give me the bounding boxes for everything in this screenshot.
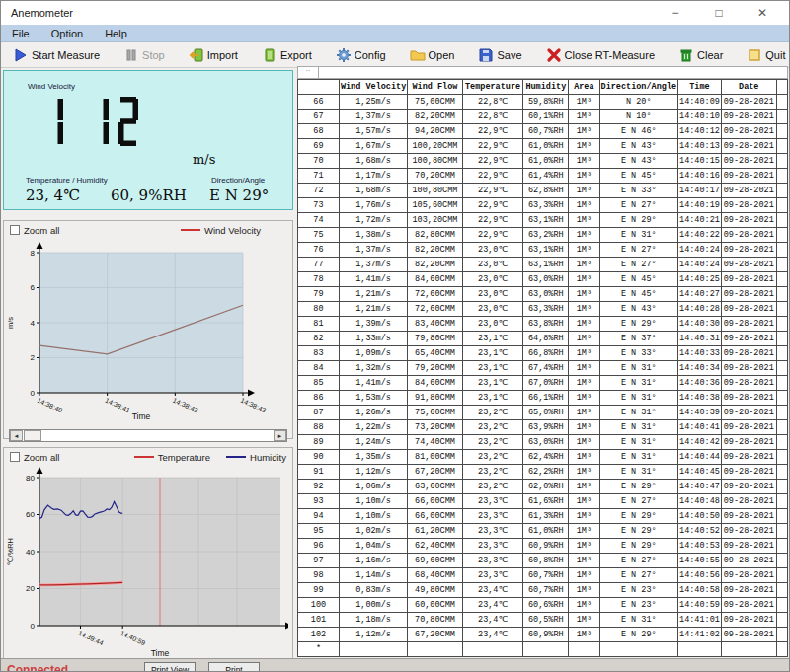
gear-button[interactable]: Config (336, 47, 386, 63)
wind-velocity-chart-group: Zoom all Wind Velocity 0246814:38:4014:3… (3, 220, 293, 439)
table-row[interactable]: 761,37m/s82,20CMM23,0℃63,1%RH1M³E N 27°1… (298, 243, 788, 258)
table-row[interactable]: 901,35m/s81,00CMM23,2℃62,4%RH1M³E N 31°1… (298, 450, 788, 465)
table-row[interactable]: 881,22m/s73,20CMM23,2℃63,9%RH1M³E N 31°1… (298, 420, 788, 435)
export-button[interactable]: Export (262, 47, 312, 63)
table-row[interactable]: 941,10m/s66,00CMM23,3℃61,3%RH1M³E N 29°1… (298, 509, 788, 524)
table-row[interactable]: 1001,00m/s60,00CMM23,4℃60,6%RH1M³E N 23°… (298, 598, 788, 613)
column-header[interactable]: Direction/Angle (599, 80, 678, 95)
table-row[interactable]: 891,24m/s74,40CMM23,2℃63,0%RH1M³E N 31°1… (298, 435, 788, 450)
chart1-scrollbar[interactable]: ◄ ► (9, 429, 287, 442)
table-row[interactable]: 801,21m/s72,60CMM23,0℃63,3%RH1M³E N 43°1… (298, 302, 788, 317)
zoom-all-checkbox-2[interactable]: Zoom all (10, 452, 59, 463)
table-row[interactable]: 931,10m/s66,00CMM23,3℃61,6%RH1M³E N 27°1… (298, 494, 788, 509)
menu-option[interactable]: Option (40, 28, 94, 39)
grid-corner-box[interactable]: ·· (298, 67, 319, 78)
svg-text:Time: Time (132, 411, 151, 421)
table-row[interactable]: 751,38m/s82,80CMM22,9℃63,2%RH1M³E N 31°1… (298, 228, 788, 243)
column-header[interactable] (776, 80, 787, 95)
svg-text:14:39:44: 14:39:44 (77, 630, 105, 647)
table-row[interactable]: 691,67m/s100,20CMM22,9℃61,0%RH1M³E N 43°… (298, 139, 788, 154)
table-row[interactable]: 681,57m/s94,20CMM22,9℃60,7%RH1M³E N 46°1… (298, 124, 788, 139)
legend-line-icon (226, 456, 246, 458)
scrollbar-thumb[interactable] (24, 430, 41, 441)
scroll-right-icon[interactable]: ► (274, 430, 286, 441)
table-row[interactable]: * (298, 642, 788, 657)
lcd-unit: m/s (193, 152, 215, 167)
table-row[interactable]: 811,39m/s83,40CMM23,0℃63,8%RH1M³E N 29°1… (298, 317, 788, 332)
table-row[interactable]: 701,68m/s100,80CMM22,9℃61,0%RH1M³E N 43°… (298, 154, 788, 169)
column-header[interactable]: Humidity (523, 80, 569, 95)
scroll-left-icon[interactable]: ◄ (10, 430, 23, 441)
export-icon (262, 47, 277, 63)
play-button[interactable]: Start Measure (13, 47, 100, 63)
temp-humidity-chart: 02040608014:39:4414:40:59℃/%RHTime (4, 464, 288, 659)
table-row[interactable]: 661,25m/s75,00CMM22,8℃59,8%RH1M³N 20°14:… (298, 95, 788, 110)
table-header-row: Wind VelocityWind FlowTemperatureHumidit… (298, 80, 788, 95)
table-row[interactable]: 871,26m/s75,60CMM23,2℃65,0%RH1M³E N 31°1… (298, 406, 788, 420)
folder-button[interactable]: Open (410, 47, 455, 63)
left-panel: Wind Velocity m/s Temperature / Humidity… (3, 70, 293, 660)
table-row[interactable]: 781,41m/s84,60CMM23,0℃63,0%RH1M³E N 45°1… (298, 272, 788, 287)
gear-icon (336, 47, 352, 63)
close-x-icon (546, 47, 562, 63)
svg-text:0: 0 (31, 622, 36, 631)
quit-button[interactable]: Quit (747, 47, 785, 63)
table-row[interactable]: 821,33m/s79,80CMM23,1℃64,8%RH1M³E N 37°1… (298, 332, 788, 346)
table-row[interactable]: 990,83m/s49,80CMM23,4℃60,7%RH1M³E N 23°1… (298, 583, 788, 598)
pause-button[interactable]: Stop (123, 47, 165, 63)
svg-text:℃/%RH: ℃/%RH (6, 538, 15, 565)
zoom-all-checkbox-1[interactable]: Zoom all (10, 225, 59, 236)
table-row[interactable]: 961,04m/s62,40CMM23,3℃60,9%RH1M³E N 29°1… (298, 539, 788, 554)
column-header[interactable] (298, 80, 340, 95)
svg-text:14:38:43: 14:38:43 (240, 397, 268, 414)
app-window: Anemometer − □ ✕ File Option Help Start … (0, 0, 790, 672)
trash-button[interactable]: Clear (678, 47, 723, 63)
table-row[interactable]: 731,76m/s105,60CMM22,9℃63,3%RH1M³E N 27°… (298, 198, 788, 213)
table-row[interactable]: 841,32m/s79,20CMM23,1℃67,4%RH1M³E N 31°1… (298, 361, 788, 376)
column-header[interactable]: Date (721, 80, 776, 95)
table-row[interactable]: 971,16m/s69,60CMM23,3℃60,8%RH1M³E N 27°1… (298, 554, 788, 568)
table-row[interactable]: 831,09m/s65,40CMM23,1℃66,8%RH1M³E N 33°1… (298, 346, 788, 361)
print-button[interactable]: Print (208, 662, 260, 672)
menu-file[interactable]: File (1, 28, 40, 39)
print-view-button[interactable]: Print View (144, 662, 196, 672)
save-button[interactable]: Save (478, 47, 521, 63)
import-button[interactable]: Import (189, 47, 238, 63)
data-table[interactable]: Wind VelocityWind FlowTemperatureHumidit… (297, 79, 788, 657)
column-header[interactable]: Area (569, 80, 599, 95)
table-row[interactable]: 981,14m/s68,40CMM23,3℃60,7%RH1M³E N 27°1… (298, 568, 788, 583)
svg-text:14:38:42: 14:38:42 (172, 397, 199, 414)
table-row[interactable]: 791,21m/s72,60CMM23,0℃63,0%RH1M³E N 45°1… (298, 287, 788, 302)
table-row[interactable]: 1021,12m/s67,20CMM23,4℃60,9%RH1M³E N 29°… (298, 628, 788, 642)
minimize-button[interactable]: − (661, 6, 690, 20)
table-row[interactable]: 711,17m/s70,20CMM22,9℃61,4%RH1M³E N 45°1… (298, 169, 788, 184)
pause-icon (123, 47, 139, 63)
table-row[interactable]: 921,06m/s63,60CMM23,2℃62,0%RH1M³E N 29°1… (298, 480, 788, 494)
table-row[interactable]: 911,12m/s67,20CMM23,2℃62,2%RH1M³E N 31°1… (298, 465, 788, 480)
maximize-button[interactable]: □ (704, 6, 734, 20)
grid-toolbar-strip: ·· (297, 66, 788, 79)
lcd-title: Wind Velocity (28, 82, 75, 91)
close-x-button[interactable]: Close RT-Measure (546, 47, 656, 63)
column-header[interactable]: Time (678, 80, 722, 95)
menu-bar: File Option Help (1, 25, 790, 42)
table-row[interactable]: 1011,18m/s70,80CMM23,4℃60,5%RH1M³E N 31°… (298, 613, 788, 628)
close-button[interactable]: ✕ (748, 6, 777, 20)
table-row[interactable]: 741,72m/s103,20CMM22,9℃63,1%RH1M³E N 29°… (298, 213, 788, 228)
table-row[interactable]: 861,53m/s91,80CMM23,1℃66,1%RH1M³E N 31°1… (298, 391, 788, 406)
lcd-direction-label: Direction/Angle (211, 176, 265, 185)
column-header[interactable]: Temperature (462, 80, 523, 95)
menu-help[interactable]: Help (94, 28, 138, 39)
column-header[interactable]: Wind Velocity (339, 80, 407, 95)
title-bar: Anemometer − □ ✕ (1, 1, 790, 25)
table-row[interactable]: 951,02m/s61,20CMM23,3℃61,0%RH1M³E N 29°1… (298, 524, 788, 539)
column-header[interactable]: Wind Flow (408, 80, 462, 95)
table-row[interactable]: 721,68m/s100,80CMM22,9℃62,8%RH1M³E N 33°… (298, 184, 788, 198)
legend-line-icon (134, 456, 154, 458)
table-row[interactable]: 771,37m/s82,20CMM23,0℃63,1%RH1M³E N 27°1… (298, 258, 788, 272)
svg-text:20: 20 (26, 584, 35, 593)
svg-text:14:38:41: 14:38:41 (104, 397, 131, 414)
svg-text:Time: Time (151, 648, 170, 658)
table-row[interactable]: 851,41m/s84,60CMM23,1℃67,0%RH1M³E N 31°1… (298, 376, 788, 391)
table-row[interactable]: 671,37m/s82,20CMM22,8℃60,1%RH1M³N 10°14:… (298, 110, 788, 124)
